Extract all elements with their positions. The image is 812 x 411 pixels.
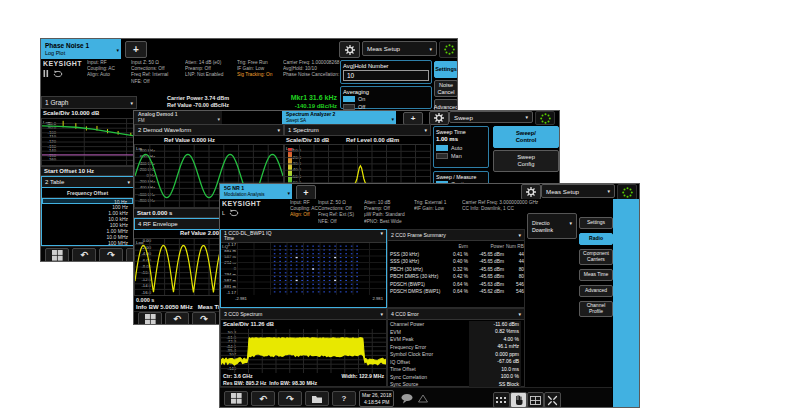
constellation-graph[interactable]: I-Q 1.17881 m587 m294 m0-294 m-587 m-881… [221,243,386,295]
direction-dropdown[interactable]: Directio▾ Downlink [527,213,577,239]
measurement-info-bar: KEYSIGHT Input: RFCoupling: ACAlign: Aut… [43,59,339,97]
help-icon[interactable]: ? [332,391,356,406]
undo-icon[interactable]: ↶ [251,391,275,406]
menu-button-radio[interactable]: Radio [579,233,613,245]
chevron-down-icon: ▾ [116,48,119,54]
avg-hold-input[interactable]: 10 [343,70,429,81]
frame-summary-row: PSS (30 kHz)0.41 %-45.65 dBm44 [388,251,524,259]
menu-button-meas-time[interactable]: Meas Time [579,269,613,281]
trace-canvas [221,243,386,295]
multi-window-icon[interactable] [493,392,510,408]
new-tab-button[interactable]: + [296,185,316,200]
clock-display[interactable]: Mar 26, 20184:18:54 PM [359,390,394,407]
averaging-option-on[interactable]: On [343,95,429,103]
redo-icon[interactable]: ↷ [278,391,302,406]
table-panel-selector[interactable]: 2 Table▾ [41,176,134,188]
continuous-sweep-icon [228,209,240,217]
demod-panel-selector[interactable]: 2 Demod Waveform▾ [134,124,284,136]
control-panel-strip[interactable] [613,199,640,407]
window-layout-icon[interactable] [527,392,544,408]
error-label: EVM [388,329,469,337]
hand-tool-icon[interactable] [510,392,527,408]
chevron-down-icon: ▾ [217,117,220,123]
input-state-icon [43,69,49,78]
keysight-logo: KEYSIGHT L C0 [222,200,290,217]
toggle-mark-icon [436,145,448,151]
nr-spectrum-graph[interactable]: -50.3-61.6-72.9-84.1-95.4-107-118-129-14… [221,329,386,373]
frame-summary-selector[interactable]: 2 CC0 Frame Summary▾ [388,230,524,241]
menu-button-channel-profile[interactable]: Channel Profile [579,301,613,317]
menu-button-noise-cancel[interactable]: Noise Cancel [434,80,458,97]
frequency-offset-table: Frequency Offset10 Hz100 Hz1.00 kHz10.0 … [41,188,134,246]
menu-button-sweep-config[interactable]: Sweep Config [493,150,559,172]
sweep-time-value[interactable]: 1.00 ms [436,136,486,142]
nr-axis-line: Ctr: 3.6 GHzWidth: 122.9 MHz [223,373,384,379]
error-panel-selector[interactable]: 4 CC0 Error▾ [388,309,524,320]
redo-icon[interactable]: ↷ [192,312,216,326]
tab-swept-sa[interactable]: Spectrum Analyzer 2 Swept SA ▾ [282,111,396,124]
sweep-time-option-man[interactable]: Man [436,152,486,160]
gear-icon[interactable] [521,184,541,200]
undo-icon[interactable]: ↶ [165,312,189,326]
chevron-down-icon: ▾ [287,191,290,197]
x-max-label: 2.981 [373,296,383,301]
info-line: CC Info: Downlink, 1 CC [462,206,556,212]
sweep-time-option-auto[interactable]: Auto [436,144,486,152]
evm-value: 0.40 % [446,258,468,266]
power-value: -45.65 dBm [468,251,504,259]
ref-value: Ref Value -70.00 dBc/Hz [141,102,255,109]
busy-indicator-icon [439,41,458,58]
undo-icon[interactable]: ↶ [72,248,96,263]
menu-button-sweep-control[interactable]: Sweep/ Control [493,126,559,148]
graph-panel-title: 1 Graph [45,99,69,106]
keysight-logo: KEYSIGHT [43,60,87,78]
notification-bubble-icon[interactable] [400,393,414,404]
sweep-menu[interactable]: Sweep ▾ [449,111,533,123]
meas-setup-menu[interactable]: Meas Setup ▾ [362,41,437,56]
windows-icon[interactable] [224,391,248,406]
sweep-time-group: Sweep Time 1.00 ms AutoMan [433,126,489,168]
redo-icon[interactable]: ↷ [99,248,123,263]
envelope-start-label: 0.000 s [136,297,154,303]
toggle-mark-icon [436,153,448,159]
menu-button-component-carriers[interactable]: Component Carriers [579,249,613,265]
gear-icon[interactable] [429,111,449,125]
chevron-down-icon: ▾ [525,114,528,120]
error-label: Sync Correlation [388,374,469,382]
envelope-bw-line: Info BW 5.0050 MHz Meas Time [136,304,228,310]
marker-readout: Mkr1 31.6 kHz -140.19 dBc/Hz [255,94,337,110]
folder-icon[interactable] [305,391,329,406]
menu-button-advanced[interactable]: Advanced [579,285,613,297]
sweep-time-label: Sweep Time [436,129,486,135]
iq-panel-selector[interactable]: 1 CC0-DL_BWP1 IQ▾ Time [221,230,386,243]
menu-button-settings[interactable]: Settings [579,217,613,229]
new-tab-button[interactable]: + [125,41,147,58]
menu-label: Meas Setup [546,188,579,195]
menu-button-settings[interactable]: Settings [434,61,458,78]
tab-phase-noise[interactable]: Phase Noise 1 Log Plot ▾ [41,39,121,59]
spectrum-scale-label: Scale/Div 10 dB [286,137,329,143]
info-column-2: Input Z: 50 ΩCorrections: OffFreq Ref: E… [318,200,364,225]
chevron-down-icon: ▾ [391,117,394,123]
windows-icon[interactable] [45,248,69,263]
tab-5g-nr[interactable]: 5G NR 1 Modulation Analysis ▾ [220,184,292,199]
x-min-label: -2.981 [235,296,247,301]
direction-value: Downlink [532,227,572,233]
graph-panel-selector[interactable]: 1 Graph▾ [41,96,137,109]
info-column-2: Input Z: 50 ΩCorrections: OffFreq Ref: I… [131,60,185,85]
evm-value: 0.64 % [446,281,468,289]
fullscreen-icon[interactable] [544,392,561,408]
info-column-4: Trig: External 1#IF Gain: Low [414,200,462,212]
chevron-down-icon: ▾ [518,311,521,317]
channel-name: SSS (30 kHz) [388,258,446,266]
windows-icon[interactable] [138,312,162,326]
tab-analog-demod[interactable]: Analog Demod 1 FM ▾ [134,111,222,124]
chevron-down-icon: ▾ [130,100,133,106]
nr-spectrum-selector[interactable]: 3 CC0 Spectrum▾ [221,309,386,320]
menu-label: Meas Setup [367,45,400,52]
spectrum-panel-selector[interactable]: 1 Spectrum▾ [284,124,431,136]
spectrum-ref-level: Ref Level 0.00 dBm [346,137,399,143]
gear-icon[interactable] [339,41,360,58]
channel-name: PBCH (30 kHz) [388,266,446,274]
envelope-panel-title: 4 RF Envelope [138,221,178,227]
